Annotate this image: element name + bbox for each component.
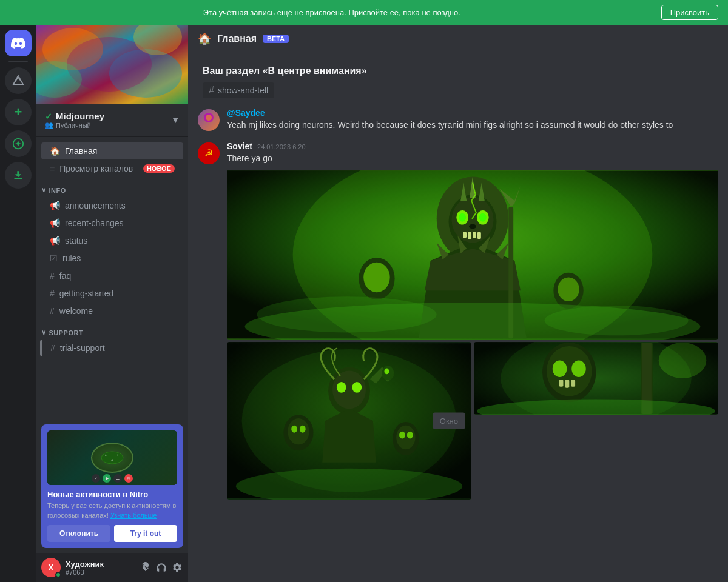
mute-icon[interactable] — [140, 561, 152, 574]
channel-home-label: Главная — [65, 146, 175, 156]
svg-point-50 — [291, 426, 297, 433]
user-name: Художник — [66, 560, 135, 569]
image-1-wrapper — [227, 170, 718, 340]
channel-trial-support-label: trial-support — [60, 343, 175, 353]
svg-point-33 — [363, 263, 389, 292]
channel-item-getting-started[interactable]: # getting-started — [41, 285, 183, 302]
nitro-buttons: Отклонить Try it out — [47, 525, 177, 542]
boat-server-icon[interactable] — [5, 67, 32, 94]
svg-point-63 — [553, 361, 567, 378]
nitro-learn-more-link[interactable]: Узнать больше — [110, 512, 157, 519]
avatar-letter: Х — [48, 563, 53, 572]
discord-home-icon[interactable] — [5, 30, 32, 56]
ctrl-btn-1: ✓ — [92, 474, 100, 483]
featured-section: Ваш раздел «В центре внимания» # show-an… — [188, 53, 728, 103]
channel-item-status[interactable]: 📢 status — [41, 232, 183, 249]
explore-icon[interactable] — [5, 130, 32, 157]
search-overlay: Окно — [433, 413, 465, 429]
claim-button[interactable]: Присвоить — [661, 5, 718, 20]
svg-rect-2 — [14, 178, 22, 179]
soviet-msg-text: There ya go — [227, 152, 718, 165]
svg-point-54 — [399, 432, 405, 439]
category-support[interactable]: ∨ SUPPORT — [36, 320, 188, 339]
message-group-soviet: ☭ Soviet 24.01.2023 6:20 There ya go — [198, 141, 718, 500]
svg-point-53 — [396, 426, 415, 449]
svg-point-38 — [545, 306, 689, 335]
featured-channel-name: show-and-tell — [218, 85, 268, 95]
channel-item-trial-support[interactable]: # trial-support — [40, 340, 183, 356]
hash-icon-faq: # — [50, 271, 55, 281]
megaphone-icon: 📢 — [50, 201, 60, 210]
server-public-label: 👥 Публичный — [45, 121, 104, 129]
svg-rect-67 — [571, 380, 575, 387]
svg-point-26 — [469, 224, 476, 229]
svg-point-43 — [337, 382, 346, 393]
svg-point-14 — [206, 115, 212, 121]
svg-point-70 — [659, 343, 707, 378]
image-3-wrapper — [474, 342, 718, 500]
soviet-timestamp: 24.01.2023 6:20 — [257, 143, 306, 150]
app-body: + — [0, 25, 728, 582]
channel-item-faq[interactable]: # faq — [41, 267, 183, 284]
game-image-3[interactable] — [474, 342, 718, 415]
svg-marker-1 — [15, 141, 22, 146]
category-support-label: SUPPORT — [49, 329, 84, 336]
server-divider — [8, 61, 28, 62]
channel-header: 🏠 Главная BETA — [188, 25, 728, 53]
channel-item-rules[interactable]: ☑ rules — [41, 250, 183, 267]
soviet-username: Soviet — [227, 141, 252, 151]
channel-item-announcements[interactable]: 📢 announcements — [41, 197, 183, 214]
server-nav: + — [0, 25, 36, 582]
game-controls: ✓ ▶ ☰ ✕ — [92, 474, 133, 483]
try-it-out-button[interactable]: Try it out — [114, 525, 177, 542]
new-badge: НОВОЕ — [143, 164, 175, 173]
image-row-2: Окно — [227, 342, 718, 500]
game-image-1[interactable] — [227, 170, 718, 340]
server-name: Midjourney — [56, 111, 104, 121]
featured-channel-tag[interactable]: # show-and-tell — [203, 82, 274, 98]
messages-container: @Saydee Yeah mj likes doing neurons. Wei… — [188, 103, 728, 582]
svg-point-58 — [384, 369, 389, 375]
channel-item-recent-changes[interactable]: 📢 recent-changes — [41, 215, 183, 232]
add-server-button[interactable]: + — [5, 99, 32, 125]
svg-point-25 — [479, 213, 487, 222]
msg-content-soviet: Soviet 24.01.2023 6:20 There ya go — [227, 141, 718, 500]
ctrl-btn-3: ☰ — [113, 474, 122, 483]
home-icon: 🏠 — [50, 146, 60, 156]
user-avatar: Х — [41, 558, 61, 577]
nitro-title: Новые активности в Nitro — [47, 490, 177, 499]
saydee-msg-text: Yeah mj likes doing neurons. Weird tho b… — [227, 119, 718, 132]
channel-item-browse[interactable]: ≡ Просмотр каналов НОВОЕ — [41, 160, 183, 177]
svg-text:☭: ☭ — [204, 148, 213, 158]
channel-item-welcome[interactable]: # welcome — [41, 303, 183, 319]
channel-list: 🏠 Главная ≡ Просмотр каналов НОВОЕ ∨ INF… — [36, 137, 188, 420]
image-grid: Окно — [227, 170, 718, 500]
chevron-down-icon: ▼ — [171, 115, 180, 125]
channel-recent-changes-label: recent-changes — [65, 218, 175, 228]
ctrl-btn-4: ✕ — [124, 474, 133, 483]
featured-title: Ваш раздел «В центре внимания» — [203, 65, 713, 76]
ctrl-btn-2: ▶ — [103, 474, 111, 483]
svg-text:♠: ♠ — [105, 453, 107, 457]
msg-header-soviet: Soviet 24.01.2023 6:20 — [227, 141, 718, 151]
channel-browse-label: Просмотр каналов — [59, 164, 138, 173]
checkbox-icon: ☑ — [50, 253, 58, 263]
svg-point-64 — [571, 361, 586, 378]
svg-point-51 — [300, 426, 306, 433]
channel-item-home[interactable]: 🏠 Главная — [41, 142, 183, 159]
status-dot — [55, 572, 61, 578]
avatar-saydee — [198, 109, 220, 131]
category-info[interactable]: ∨ INFO — [36, 178, 188, 196]
user-bar: Х Художник #7063 — [36, 553, 188, 582]
dismiss-button[interactable]: Отклонить — [47, 525, 110, 542]
nitro-game-preview: ♠ ♦ ♣ ✓ ▶ ☰ ✕ — [47, 430, 177, 485]
server-name-bar[interactable]: ✓ Midjourney 👥 Публичный ▼ — [36, 104, 188, 137]
download-icon[interactable] — [5, 162, 32, 189]
hash-icon-trial: # — [50, 343, 55, 353]
game-table: ♠ ♦ ♣ — [91, 443, 133, 473]
msg-content-saydee: @Saydee Yeah mj likes doing neurons. Wei… — [227, 108, 718, 132]
gear-icon[interactable] — [171, 561, 183, 574]
svg-point-44 — [352, 382, 362, 393]
headphones-icon[interactable] — [155, 561, 167, 574]
verified-icon: ✓ — [45, 112, 52, 121]
